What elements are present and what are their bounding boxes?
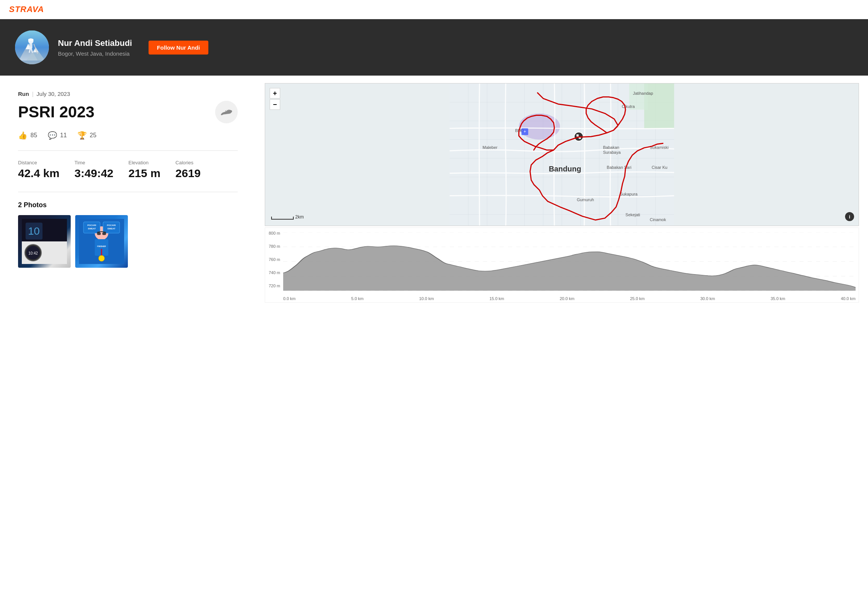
top-nav: STRAVA: [0, 0, 868, 19]
svg-text:Maleber: Maleber: [483, 145, 498, 150]
trophy-icon: 🏆: [77, 131, 87, 140]
elevation-svg: [283, 232, 856, 291]
likes-item: 👍 85: [18, 131, 37, 140]
strava-logo: STRAVA: [9, 5, 859, 14]
svg-text:FINISHER: FINISHER: [97, 245, 106, 247]
elevation-value: 215 m: [129, 167, 161, 180]
elevation-x-labels: 0.0 km 5.0 km 10.0 km 15.0 km 20.0 km 25…: [283, 296, 856, 301]
route-map: Bandung Jatihandap Cikutra Maleber BDO B…: [265, 83, 859, 226]
avatar: [15, 30, 49, 64]
map-container: Bandung Jatihandap Cikutra Maleber BDO B…: [265, 83, 859, 226]
svg-text:+: +: [524, 129, 526, 134]
elev-label-760: 760 m: [267, 257, 280, 262]
svg-text:Bandung: Bandung: [549, 165, 581, 173]
svg-rect-28: [102, 232, 106, 235]
distance-label: Distance: [18, 160, 59, 165]
elev-x-0: 0.0 km: [283, 296, 296, 301]
kudos-item: 🏆 25: [77, 131, 97, 140]
comment-icon: 💬: [48, 131, 57, 140]
activity-title: PSRI 2023: [18, 103, 94, 121]
follow-button[interactable]: Follow Nur Andi: [149, 41, 208, 55]
photo-2[interactable]: POCARI SWEAT POCARI SWEAT FINISHER: [75, 215, 128, 268]
svg-rect-71: [577, 134, 579, 137]
left-panel: Run | July 30, 2023 PSRI 2023 👍 85 💬 11: [0, 76, 256, 310]
elevation-stat: Elevation 215 m: [129, 160, 161, 180]
svg-text:Surabaya: Surabaya: [603, 150, 621, 155]
svg-text:Gumuruh: Gumuruh: [577, 197, 594, 202]
photos-title: 2 Photos: [18, 201, 238, 209]
elevation-container: 800 m 780 m 760 m 740 m 720 m: [265, 228, 859, 303]
profile-banner: Nur Andi Setiabudi Bogor, West Java, Ind…: [0, 19, 868, 76]
svg-point-29: [99, 255, 105, 261]
calories-value: 2619: [176, 167, 201, 180]
time-value: 3:49:42: [74, 167, 113, 180]
stats-row: Distance 42.4 km Time 3:49:42 Elevation …: [18, 160, 238, 180]
elev-x-20: 20.0 km: [560, 296, 574, 301]
photo-2-svg: POCARI SWEAT POCARI SWEAT FINISHER: [79, 219, 124, 264]
right-panel: Bandung Jatihandap Cikutra Maleber BDO B…: [256, 76, 868, 310]
social-row: 👍 85 💬 11 🏆 25: [18, 131, 238, 140]
profile-info: Nur Andi Setiabudi Bogor, West Java, Ind…: [58, 38, 132, 57]
elev-label-780: 780 m: [267, 244, 280, 249]
zoom-in-button[interactable]: +: [270, 88, 280, 99]
thumbs-up-icon: 👍: [18, 131, 27, 140]
svg-text:Babakan: Babakan: [603, 145, 619, 150]
svg-text:Babakan Sari: Babakan Sari: [607, 165, 631, 170]
comments-count: 11: [60, 132, 67, 139]
svg-rect-27: [97, 232, 101, 235]
svg-text:Cisar Ku: Cisar Ku: [652, 165, 668, 170]
map-info-button[interactable]: i: [845, 212, 854, 221]
svg-text:Sekejati: Sekejati: [625, 212, 640, 217]
elev-x-35: 35.0 km: [771, 296, 785, 301]
divider-2: [18, 192, 238, 192]
activity-date: July 30, 2023: [36, 91, 70, 97]
elev-x-25: 25.0 km: [630, 296, 645, 301]
photos-section: 2 Photos 10 10:42: [18, 201, 238, 268]
map-scale: 2km: [271, 214, 304, 220]
distance-value: 42.4 km: [18, 167, 59, 180]
avatar-svg: [15, 30, 49, 64]
activity-type: Run: [18, 91, 29, 97]
svg-text:SWEAT: SWEAT: [88, 228, 96, 230]
elevation-y-labels: 800 m 780 m 760 m 740 m 720 m: [265, 228, 282, 291]
calories-stat: Calories 2619: [176, 160, 201, 180]
photo-1[interactable]: 10 10:42: [18, 215, 71, 268]
time-stat: Time 3:49:42: [74, 160, 113, 180]
calories-label: Calories: [176, 160, 201, 165]
zoom-out-button[interactable]: −: [270, 99, 280, 110]
meta-separator: |: [32, 91, 33, 97]
profile-name: Nur Andi Setiabudi: [58, 38, 132, 48]
time-label: Time: [74, 160, 113, 165]
photos-grid: 10 10:42: [18, 215, 238, 268]
elev-x-15: 15.0 km: [489, 296, 504, 301]
svg-rect-51: [644, 83, 674, 128]
elev-label-740: 740 m: [267, 270, 280, 275]
elev-x-10: 10.0 km: [419, 296, 434, 301]
scale-label: 2km: [295, 214, 304, 220]
elev-label-800: 800 m: [267, 231, 280, 235]
svg-text:Jatihandap: Jatihandap: [633, 91, 653, 96]
divider-1: [18, 150, 238, 151]
svg-text:Cinamok: Cinamok: [650, 217, 666, 222]
svg-text:10: 10: [28, 225, 39, 237]
elev-x-5: 5.0 km: [351, 296, 364, 301]
elev-label-720: 720 m: [267, 284, 280, 288]
comments-item: 💬 11: [48, 131, 67, 140]
distance-stat: Distance 42.4 km: [18, 160, 59, 180]
svg-text:SWEAT: SWEAT: [107, 228, 115, 230]
svg-text:POCARI: POCARI: [107, 224, 116, 226]
likes-count: 85: [30, 132, 37, 139]
shoe-button[interactable]: [215, 101, 238, 123]
svg-text:Sukapura: Sukapura: [620, 192, 638, 196]
scale-bar: [271, 217, 294, 220]
elev-x-40: 40.0 km: [841, 296, 856, 301]
svg-rect-9: [28, 39, 33, 41]
profile-location: Bogor, West Java, Indonesia: [58, 50, 132, 57]
shoe-icon: [220, 107, 232, 117]
elev-x-30: 30.0 km: [700, 296, 715, 301]
activity-title-row: PSRI 2023: [18, 101, 238, 123]
elevation-label: Elevation: [129, 160, 161, 165]
svg-text:POCARI: POCARI: [87, 224, 96, 226]
main-content: Run | July 30, 2023 PSRI 2023 👍 85 💬 11: [0, 76, 868, 310]
map-controls: + −: [270, 88, 280, 110]
